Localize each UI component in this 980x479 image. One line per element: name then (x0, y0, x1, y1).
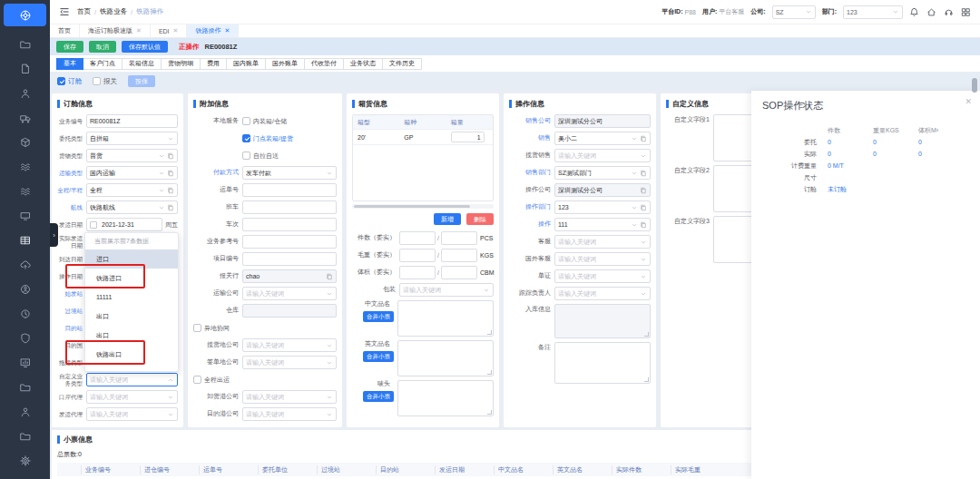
count-input[interactable] (441, 266, 477, 279)
sop-value-link[interactable]: 0 (873, 151, 918, 157)
merge-receipt-button[interactable]: 合并小票 (363, 351, 394, 362)
sop-value-link[interactable]: 0 (873, 139, 918, 145)
dept-select[interactable]: 123 (843, 5, 903, 19)
count-input[interactable] (441, 249, 477, 262)
search-select-input[interactable]: 请输入关键词 (399, 283, 494, 297)
save-button[interactable]: 保存 (56, 41, 83, 53)
copy-icon[interactable] (640, 135, 647, 142)
search-select-input[interactable]: 请输入关键词 (242, 287, 337, 300)
app-logo[interactable] (4, 4, 46, 26)
dropdown-option[interactable]: 进口 (85, 249, 178, 269)
tab-6[interactable]: 国外账单 (265, 58, 305, 70)
breadcrumb-item[interactable]: 首页 (77, 7, 91, 16)
text-input[interactable] (242, 235, 337, 249)
dropdown-option[interactable]: 11111 (85, 288, 178, 307)
select-input[interactable]: 111 (554, 218, 651, 231)
app-grid-button[interactable] (961, 7, 971, 17)
sidebar-item-user[interactable] (0, 399, 50, 424)
copy-icon[interactable] (640, 187, 647, 194)
collapse-menu-button[interactable] (59, 6, 70, 17)
sidebar-item-folder[interactable] (0, 32, 50, 56)
sidebar-item-folder[interactable] (0, 375, 50, 399)
copy-icon[interactable] (167, 170, 174, 177)
bell-button[interactable] (909, 7, 919, 17)
count-input[interactable] (399, 249, 436, 262)
sidebar-item-waves[interactable] (0, 154, 50, 179)
insure-button[interactable]: 投保 (128, 75, 155, 87)
count-input[interactable] (441, 231, 477, 245)
page-tab[interactable]: 海运订舱极速版✕ (80, 24, 151, 37)
sidebar-item-gear[interactable] (0, 448, 50, 473)
sidebar-item-cloud-upload[interactable] (0, 252, 50, 277)
close-tab-icon[interactable]: ✕ (173, 27, 179, 34)
tab-1[interactable]: 客户门点 (83, 58, 122, 70)
sidebar-item-folder[interactable] (0, 424, 50, 448)
count-input[interactable] (399, 231, 436, 245)
text-input[interactable] (242, 183, 337, 197)
service-checkbox-item[interactable]: 报关 (93, 77, 117, 86)
select-input[interactable]: 自拼箱 (86, 132, 178, 145)
sop-value-link[interactable]: 0 (828, 139, 873, 145)
service-checkbox-item[interactable]: 订舱 (57, 77, 82, 86)
select-input[interactable]: 普货 (86, 149, 178, 162)
sidebar-item-chart[interactable] (0, 350, 50, 375)
search-select-input[interactable]: 请输入关键词 (86, 407, 178, 421)
select-input[interactable]: 吴小二 (554, 132, 651, 145)
textarea-input[interactable] (554, 342, 651, 384)
tab-9[interactable]: 文件历史 (382, 58, 422, 70)
close-icon[interactable]: ✕ (965, 97, 972, 106)
page-tab[interactable]: 铁路操作✕ (187, 24, 239, 37)
copy-icon[interactable] (167, 152, 174, 160)
text-input[interactable] (242, 252, 337, 266)
textarea-input[interactable] (397, 340, 494, 376)
breadcrumb-item[interactable]: 铁路业务 (100, 7, 127, 16)
search-select-input[interactable]: 请输入关键词 (86, 390, 178, 404)
sop-value-link[interactable]: 0 (918, 151, 964, 157)
page-tab[interactable]: EDI✕ (151, 24, 188, 37)
dropdown-option[interactable]: 出口 (85, 326, 178, 345)
search-select-input[interactable]: 请输入关键词 (554, 252, 651, 266)
text-input[interactable]: RE00081Z (86, 114, 178, 128)
select-input[interactable]: 123 (554, 200, 651, 214)
tab-3[interactable]: 货物明细 (161, 58, 201, 70)
close-tab-icon[interactable]: ✕ (224, 27, 230, 34)
select-input[interactable]: 铁路航线 (86, 200, 178, 214)
sop-value-link[interactable]: 未订舱 (828, 185, 873, 194)
sop-value-link[interactable]: 0 (918, 139, 964, 145)
count-input[interactable] (399, 266, 436, 279)
search-select-input-open[interactable]: 请输入关键词 (86, 373, 178, 386)
sidebar-item-grid[interactable] (0, 228, 50, 252)
tab-2[interactable]: 装箱信息 (122, 58, 162, 70)
checkbox[interactable] (193, 324, 201, 332)
cancel-button[interactable]: 取消 (89, 41, 116, 53)
copy-icon[interactable] (640, 204, 647, 211)
checkbox[interactable] (242, 134, 250, 142)
sidebar-item-clock[interactable] (0, 301, 50, 326)
search-select-input[interactable]: 请输入关键词 (242, 356, 337, 369)
date-input[interactable]: 2021-12-31 (86, 218, 162, 231)
close-tab-icon[interactable]: ✕ (136, 27, 142, 34)
textarea-input[interactable] (397, 300, 494, 337)
vertical-scrollbar-thumb[interactable] (972, 78, 977, 93)
tab-4[interactable]: 费用 (200, 58, 227, 70)
search-select-input[interactable]: 请输入关键词 (554, 149, 651, 162)
tab-8[interactable]: 业务状态 (343, 58, 383, 70)
sidebar-item-file[interactable] (0, 56, 50, 81)
search-select-input[interactable]: 请输入关键词 (554, 287, 651, 300)
dropdown-option[interactable]: 出口 (85, 307, 178, 326)
checkbox[interactable] (242, 117, 250, 125)
sidebar-item-shield[interactable] (0, 326, 50, 350)
sop-value-link[interactable]: 0 (828, 151, 873, 157)
tab-5[interactable]: 国内账单 (226, 58, 266, 70)
tab-basic[interactable]: 基本 (56, 58, 83, 70)
checkbox[interactable] (242, 152, 250, 160)
copy-icon[interactable] (167, 187, 174, 194)
sidebar-item-user-circle[interactable] (0, 277, 50, 301)
merge-receipt-button[interactable]: 合并小票 (363, 311, 394, 322)
select-input[interactable]: 国内运输 (86, 166, 178, 180)
sop-value-link[interactable]: 0 M/T (828, 162, 873, 169)
save-default-button[interactable]: 保存默认值 (122, 41, 168, 53)
copy-icon[interactable] (326, 273, 333, 280)
search-select-input[interactable]: 请输入关键词 (242, 407, 337, 421)
sidebar-item-truck[interactable] (0, 105, 50, 130)
